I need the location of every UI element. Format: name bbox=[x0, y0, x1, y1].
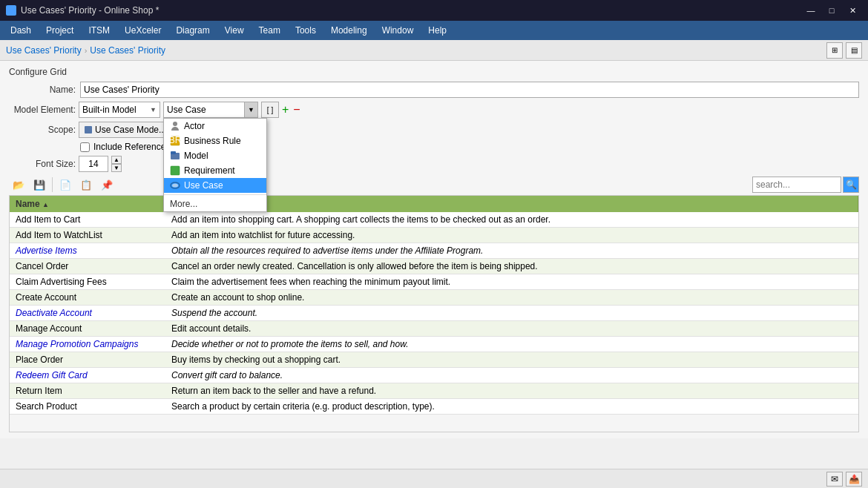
maximize-button[interactable]: □ bbox=[822, 2, 841, 19]
font-size-spinner[interactable]: ▲ ▼ bbox=[111, 156, 122, 172]
menu-itsm[interactable]: ITSM bbox=[81, 23, 117, 38]
font-size-up-arrow[interactable]: ▲ bbox=[111, 156, 122, 164]
model-icon bbox=[170, 151, 180, 161]
close-button[interactable]: ✕ bbox=[843, 2, 862, 19]
search-button[interactable]: 🔍 bbox=[843, 177, 859, 193]
menu-dash[interactable]: Dash bbox=[3, 23, 39, 38]
sort-asc-icon: ▲ bbox=[42, 201, 49, 208]
use-case-dropdown-arrow-icon[interactable]: ▼ bbox=[245, 102, 258, 118]
configure-grid-label: Configure Grid bbox=[9, 67, 859, 77]
table-row[interactable]: Redeem Gift Card Convert gift card to ba… bbox=[10, 368, 858, 383]
window-title: Use Cases' Priority - Online Shop * bbox=[21, 5, 159, 16]
col-name-header[interactable]: Name ▲ bbox=[10, 196, 165, 212]
dropdown-more-item[interactable]: More... bbox=[164, 197, 266, 211]
use-case-select[interactable]: Use Case bbox=[163, 102, 245, 118]
table-row[interactable]: Cancel Order Cancel an order newly creat… bbox=[10, 259, 858, 274]
table-row[interactable]: Add Item to Cart Add an item into shoppi… bbox=[10, 212, 858, 228]
mail-button[interactable]: ✉ bbox=[826, 472, 843, 487]
toolbar-separator-1 bbox=[52, 177, 53, 192]
minimize-button[interactable]: — bbox=[801, 2, 821, 19]
menu-team[interactable]: Team bbox=[251, 23, 288, 38]
dropdown-item-requirement[interactable]: Requirement bbox=[164, 163, 266, 178]
title-bar: Use Cases' Priority - Online Shop * — □ … bbox=[0, 0, 868, 21]
table-row[interactable]: Search Product Search a product by certa… bbox=[10, 399, 858, 415]
breadcrumb-grid-icon[interactable]: ⊞ bbox=[826, 42, 843, 59]
row-name-cell: Advertise Items bbox=[10, 243, 165, 259]
row-description-cell: Obtain all the resources required to adv… bbox=[165, 243, 858, 259]
table-row[interactable]: Manage Account Edit account details. bbox=[10, 321, 858, 337]
export-icon: 📤 bbox=[849, 474, 860, 484]
row-name-cell: Add Item to Cart bbox=[10, 212, 165, 228]
menu-project[interactable]: Project bbox=[39, 23, 81, 38]
breadcrumb: Use Cases' Priority › Use Cases' Priorit… bbox=[6, 45, 165, 56]
requirement-icon bbox=[170, 165, 180, 176]
table-body: Add Item to Cart Add an item into shoppi… bbox=[10, 212, 858, 415]
row-description-cell: Add an item into shopping cart. A shoppi… bbox=[165, 212, 858, 228]
table-row[interactable]: Claim Advertising Fees Claim the adverti… bbox=[10, 274, 858, 290]
svg-rect-8 bbox=[85, 126, 92, 133]
paste-button[interactable]: 📌 bbox=[97, 176, 116, 194]
col-description-header[interactable]: Description bbox=[165, 196, 858, 212]
row-name-cell: Create Account bbox=[10, 290, 165, 306]
bracket-button[interactable]: [ ] bbox=[261, 102, 279, 118]
breadcrumb-panel-icon[interactable]: ▤ bbox=[846, 42, 862, 59]
name-label: Name: bbox=[9, 85, 76, 95]
scope-icon bbox=[84, 125, 93, 134]
include-referenced-checkbox[interactable] bbox=[80, 142, 90, 152]
row-name-cell: Return Item bbox=[10, 383, 165, 399]
row-description-cell: Add an item into watchlist for future ac… bbox=[165, 228, 858, 243]
menu-diagram[interactable]: Diagram bbox=[168, 23, 217, 38]
mail-icon: ✉ bbox=[831, 474, 838, 484]
table-row[interactable]: Create Account Create an account to shop… bbox=[10, 290, 858, 306]
table-row[interactable]: Return Item Return an item back to the s… bbox=[10, 383, 858, 399]
table-row[interactable]: Place Order Buy items by checking out a … bbox=[10, 352, 858, 368]
copy-button[interactable]: 📋 bbox=[76, 176, 96, 194]
bizrule-icon: BR bbox=[170, 136, 180, 146]
builtin-model-dropdown[interactable]: Built-in Model ▼ bbox=[79, 102, 160, 118]
add-element-button[interactable]: + bbox=[282, 103, 289, 116]
menu-uexceler[interactable]: UeXceler bbox=[117, 23, 168, 38]
remove-element-button[interactable]: − bbox=[293, 103, 300, 116]
new-file-button[interactable]: 📄 bbox=[56, 176, 75, 194]
svg-text:BR: BR bbox=[170, 136, 180, 145]
row-description-cell: Create an account to shop online. bbox=[165, 290, 858, 306]
table-row[interactable]: Manage Promotion Campaigns Decide whethe… bbox=[10, 337, 858, 352]
scope-button[interactable]: Use Case Mode... bbox=[79, 122, 171, 138]
usecase-icon bbox=[170, 180, 180, 191]
row-name-cell: Redeem Gift Card bbox=[10, 368, 165, 383]
svg-rect-4 bbox=[171, 151, 176, 154]
row-name-cell: Manage Promotion Campaigns bbox=[10, 337, 165, 352]
breadcrumb-sep: › bbox=[85, 46, 88, 55]
menu-view[interactable]: View bbox=[217, 23, 251, 38]
menu-window[interactable]: Window bbox=[375, 23, 421, 38]
row-description-cell: Edit account details. bbox=[165, 321, 858, 337]
table-row[interactable]: Deactivate Account Suspend the account. bbox=[10, 306, 858, 321]
bottom-bar: ✉ 📤 bbox=[0, 469, 868, 488]
table-header: Name ▲ Description bbox=[10, 196, 858, 212]
name-input[interactable] bbox=[80, 82, 859, 98]
table-row[interactable]: Advertise Items Obtain all the resources… bbox=[10, 243, 858, 259]
row-name-cell: Deactivate Account bbox=[10, 306, 165, 321]
font-size-display: 14 bbox=[79, 156, 108, 172]
menu-modeling[interactable]: Modeling bbox=[323, 23, 375, 38]
row-description-cell: Convert gift card to balance. bbox=[165, 368, 858, 383]
svg-point-0 bbox=[173, 122, 177, 126]
menu-tools[interactable]: Tools bbox=[288, 23, 323, 38]
row-name-cell: Manage Account bbox=[10, 321, 165, 337]
dropdown-item-model[interactable]: Model bbox=[164, 148, 266, 163]
dropdown-item-business-rule[interactable]: BR Business Rule bbox=[164, 133, 266, 148]
row-description-cell: Decide whether or not to promote the ite… bbox=[165, 337, 858, 352]
breadcrumb-item-2[interactable]: Use Cases' Priority bbox=[90, 45, 165, 56]
menu-help[interactable]: Help bbox=[421, 23, 454, 38]
dropdown-item-use-case[interactable]: Use Case bbox=[164, 178, 266, 193]
font-size-down-arrow[interactable]: ▼ bbox=[111, 164, 122, 172]
export-button[interactable]: 📤 bbox=[846, 472, 862, 487]
breadcrumb-item-1[interactable]: Use Cases' Priority bbox=[6, 45, 82, 56]
save-file-button[interactable]: 💾 bbox=[30, 176, 49, 194]
scope-row: Scope: Use Case Mode... bbox=[9, 122, 859, 138]
open-file-button[interactable]: 📂 bbox=[9, 176, 28, 194]
dropdown-separator bbox=[164, 194, 266, 195]
table-row[interactable]: Add Item to WatchList Add an item into w… bbox=[10, 228, 858, 243]
dropdown-item-actor[interactable]: Actor bbox=[164, 119, 266, 133]
search-input[interactable] bbox=[752, 177, 841, 193]
